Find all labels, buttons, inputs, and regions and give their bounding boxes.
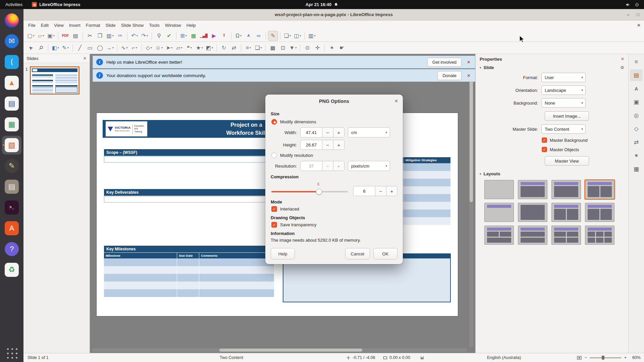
dock-help[interactable]: ? <box>2 240 21 258</box>
layout-six-content[interactable] <box>585 226 614 245</box>
master-background-checkbox[interactable] <box>542 137 547 143</box>
layout-blank[interactable] <box>484 180 514 199</box>
resolution-decrease-button[interactable]: − <box>322 161 333 171</box>
slide-layout-button[interactable]: ◫▾ <box>293 31 302 41</box>
dock-ubuntu-software[interactable]: A <box>2 219 21 238</box>
menu-view[interactable]: View <box>51 21 66 29</box>
menu-edit[interactable]: Edit <box>38 21 51 29</box>
dropdown-caret-icon[interactable]: ▾ <box>126 46 128 49</box>
status-layout-name[interactable]: Two Content <box>220 353 243 362</box>
cut-button[interactable]: ✂▾ <box>85 31 95 41</box>
interlaced-label[interactable]: Interlaced <box>280 206 299 212</box>
dropdown-caret-icon[interactable]: ▾ <box>171 46 172 49</box>
slide-section-title[interactable]: Slide <box>484 65 494 70</box>
sidebar-tab-properties[interactable]: ▤ <box>630 69 643 81</box>
block-arrows-tool[interactable]: ➤▾ <box>164 43 174 53</box>
save-button[interactable]: ▣▾ <box>46 31 56 41</box>
resolution-input[interactable] <box>301 161 322 171</box>
menu-slide-show[interactable]: Slide Show <box>118 21 147 29</box>
compression-slider[interactable]: 6 <box>271 182 348 196</box>
window-title-bar[interactable]: wssf-project-plan-on-a-page.pptx - Libre… <box>23 9 644 20</box>
print-button[interactable]: ▤▾ <box>71 31 80 41</box>
interaction-tool[interactable]: ☛▾ <box>337 43 346 53</box>
ellipse-tool[interactable]: ◯▾ <box>95 43 105 53</box>
layout-two-content-over-content[interactable] <box>484 226 514 245</box>
dock-libreoffice-writer[interactable]: ▤ <box>2 94 21 113</box>
open-button[interactable]: ▱▾ <box>36 31 46 41</box>
sidebar-tab-animation[interactable]: ✶ <box>630 150 643 162</box>
infobar-close-icon[interactable]: ✕ <box>467 73 471 78</box>
infobar-close-icon[interactable]: ✕ <box>467 60 471 65</box>
dropdown-caret-icon[interactable]: ▾ <box>33 34 35 37</box>
dropdown-caret-icon[interactable]: ▾ <box>185 34 187 37</box>
animation-tool[interactable]: ✶▾ <box>327 43 336 53</box>
dock-gimp[interactable]: ✎ <box>2 157 21 175</box>
sidebar-tab-navigator[interactable]: ◎ <box>630 110 643 121</box>
compression-increase-button[interactable]: + <box>386 186 397 196</box>
shadow-tool[interactable]: ▩▾ <box>268 43 277 53</box>
width-input[interactable] <box>301 128 322 137</box>
clock-menu[interactable]: Apr 21 16:40 <box>306 2 338 7</box>
save-transparency-label[interactable]: Save transparency <box>280 222 316 227</box>
dock-trash[interactable]: ♻ <box>2 260 21 279</box>
new-document-button[interactable]: ▢▾ <box>26 31 36 41</box>
spelling-button[interactable]: ✔▾ <box>164 31 174 41</box>
zoom-out-button[interactable]: − <box>584 355 587 360</box>
sidebar-menu-icon[interactable]: ≡ <box>630 56 643 68</box>
copy-button[interactable]: ❐▾ <box>95 31 105 41</box>
dropdown-caret-icon[interactable]: ▾ <box>161 46 163 49</box>
image-filter-tool[interactable]: ▼▾ <box>288 43 298 53</box>
undo-button[interactable]: ↶▾ <box>130 31 139 41</box>
dialog-title-bar[interactable]: PNG Options ✕ <box>265 95 403 108</box>
menu-format[interactable]: Format <box>83 21 103 29</box>
dock-libreoffice-calc[interactable]: ▦ <box>2 115 21 134</box>
fill-color-tool[interactable]: ◧▾ <box>51 43 60 53</box>
chevron-down-icon[interactable]: ▾ <box>480 172 481 176</box>
width-increase-button[interactable]: + <box>333 128 344 137</box>
format-dropdown[interactable]: User <box>541 73 586 82</box>
menu-insert[interactable]: Insert <box>66 21 83 29</box>
ok-button[interactable]: OK <box>373 248 397 259</box>
vertical-scrollbar-thumb[interactable] <box>470 75 473 202</box>
height-decrease-button[interactable]: − <box>322 140 333 149</box>
rotate-tool[interactable]: ↻▾ <box>219 43 228 53</box>
sidebar-tab-master-slides[interactable]: ▦ <box>630 163 643 175</box>
minimize-button[interactable]: – <box>627 12 629 17</box>
dropdown-caret-icon[interactable]: ▾ <box>112 46 114 49</box>
layout-title-two-content[interactable] <box>585 180 614 199</box>
insert-chart-button[interactable]: ▁▄█▾ <box>199 31 209 41</box>
insert-line-tool[interactable]: ╱▾ <box>75 43 85 53</box>
zoom-in-button[interactable]: + <box>624 355 627 360</box>
layout-content-over-content[interactable] <box>518 226 547 245</box>
master-objects-checkbox[interactable] <box>542 147 547 152</box>
menu-tools[interactable]: Tools <box>146 21 162 29</box>
3d-objects-tool[interactable]: ◩▾ <box>205 43 214 53</box>
connector-tool[interactable]: ⌐▾ <box>130 43 139 53</box>
fontwork-button[interactable]: A▾ <box>244 31 253 41</box>
compression-input[interactable] <box>354 186 375 196</box>
modify-resolution-label[interactable]: Modify resolution <box>280 153 313 158</box>
layout-title-slide[interactable] <box>518 180 547 199</box>
basic-shapes-tool[interactable]: ◇▾ <box>144 43 154 53</box>
slider-track[interactable] <box>271 191 348 192</box>
dropdown-caret-icon[interactable]: ▾ <box>314 34 316 37</box>
slider-thumb[interactable] <box>316 189 322 195</box>
special-character-button[interactable]: Ω▾ <box>234 31 243 41</box>
horizontal-scrollbar-thumb[interactable] <box>219 349 362 352</box>
cancel-button[interactable]: Cancel <box>345 248 370 259</box>
layout-two-content-and-content[interactable] <box>551 203 581 222</box>
zoom-slider[interactable] <box>590 357 622 358</box>
master-view-button[interactable]: Master View <box>545 156 589 166</box>
layout-four-content[interactable] <box>551 226 581 245</box>
dropdown-caret-icon[interactable]: ▾ <box>58 46 59 49</box>
symbol-shapes-tool[interactable]: ☺▾ <box>154 43 164 53</box>
get-involved-button[interactable]: Get involved <box>427 58 462 67</box>
activities-button[interactable]: Activities <box>5 2 22 7</box>
dock-firefox[interactable] <box>2 11 21 30</box>
dock-files[interactable]: ▤ <box>2 177 21 196</box>
close-document-button[interactable]: ✕ <box>637 22 641 28</box>
insert-image-button[interactable]: Insert Image... <box>545 111 589 121</box>
layout-title-only[interactable] <box>484 203 514 222</box>
dropdown-caret-icon[interactable]: ▾ <box>212 46 213 49</box>
new-slide-button[interactable]: ❏▾ <box>283 31 292 41</box>
